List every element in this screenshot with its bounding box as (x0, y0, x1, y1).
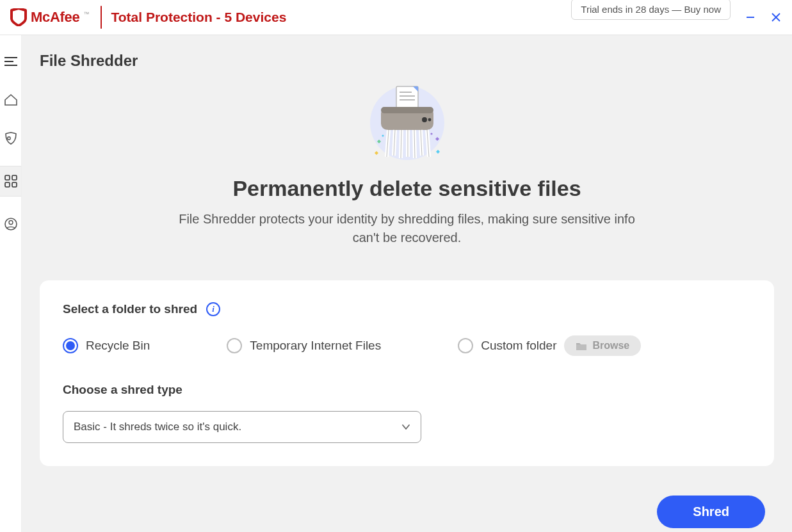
sidebar-item-protection[interactable] (0, 127, 22, 149)
select-folder-text: Select a folder to shred (63, 302, 197, 316)
sidebar-item-home[interactable] (0, 89, 22, 111)
radio-label: Recycle Bin (86, 339, 150, 353)
page-title: File Shredder (40, 52, 774, 70)
titlebar-right: Trial ends in 28 days — Buy now (571, 12, 782, 23)
sidebar (0, 35, 22, 532)
shred-button[interactable]: Shred (657, 496, 765, 528)
chevron-down-icon (401, 423, 410, 431)
svg-rect-14 (396, 86, 418, 109)
brand-divider (101, 6, 102, 29)
hamburger-icon (4, 56, 17, 67)
hero: Permanently delete sensitive files File … (40, 81, 774, 247)
radio-indicator (63, 338, 78, 353)
hero-heading: Permanently delete sensitive files (40, 176, 774, 201)
apps-grid-icon (4, 175, 17, 188)
radio-temporary-internet-files[interactable]: Temporary Internet Files (227, 338, 381, 353)
radio-label: Custom folder (481, 339, 556, 353)
svg-point-23 (430, 133, 432, 134)
mcafee-shield-icon (10, 8, 27, 26)
radio-label: Temporary Internet Files (250, 339, 381, 353)
shred-type-text: Choose a shred type (63, 383, 182, 397)
radio-indicator (458, 338, 473, 353)
shred-type-select[interactable]: Basic - It shreds twice so it's quick. (63, 411, 421, 443)
radio-custom-folder[interactable]: Custom folder (458, 338, 556, 353)
svg-point-21 (428, 118, 431, 122)
sidebar-item-account[interactable] (0, 213, 22, 235)
svg-point-6 (7, 137, 10, 140)
sidebar-item-menu[interactable] (0, 51, 22, 72)
shield-star-icon (4, 131, 18, 145)
svg-rect-19 (381, 107, 433, 113)
svg-rect-7 (5, 175, 10, 180)
options-card: Select a folder to shred i Recycle Bin T… (40, 280, 774, 466)
close-icon (771, 12, 781, 22)
shred-type-value: Basic - It shreds twice so it's quick. (74, 421, 241, 433)
trial-pill[interactable]: Trial ends in 28 days — Buy now (571, 0, 731, 20)
window-minimize-button[interactable] (745, 12, 756, 23)
shredder-illustration (40, 81, 774, 165)
titlebar: McAfee ™ Total Protection - 5 Devices Tr… (0, 0, 792, 35)
home-icon (4, 93, 18, 106)
svg-point-20 (422, 117, 427, 122)
brand-name: McAfee (31, 9, 79, 26)
radio-custom-folder-group: Custom folder Browse (458, 335, 641, 356)
svg-rect-8 (12, 175, 17, 180)
brand-logo: McAfee ™ (10, 8, 89, 26)
shred-type-label: Choose a shred type (63, 383, 751, 397)
hero-subline: File Shredder protects your identity by … (177, 210, 638, 247)
svg-point-12 (9, 221, 13, 225)
shredder-icon (366, 81, 449, 165)
svg-point-22 (382, 134, 384, 136)
account-icon (4, 217, 18, 231)
browse-button[interactable]: Browse (564, 335, 641, 356)
window-close-button[interactable] (770, 12, 782, 23)
svg-rect-10 (12, 182, 17, 187)
folder-radio-group: Recycle Bin Temporary Internet Files Cus… (63, 335, 751, 356)
select-folder-label: Select a folder to shred i (63, 302, 751, 316)
folder-icon (576, 341, 587, 351)
product-name: Total Protection - 5 Devices (111, 10, 286, 25)
svg-rect-9 (5, 182, 10, 187)
content-area: File Shredder (22, 35, 792, 532)
radio-recycle-bin[interactable]: Recycle Bin (63, 338, 150, 353)
radio-indicator (227, 338, 242, 353)
minimize-icon (745, 12, 756, 22)
brand-tm: ™ (83, 11, 89, 17)
info-icon[interactable]: i (206, 302, 220, 316)
browse-label: Browse (592, 340, 629, 351)
sidebar-item-apps[interactable] (0, 166, 21, 197)
